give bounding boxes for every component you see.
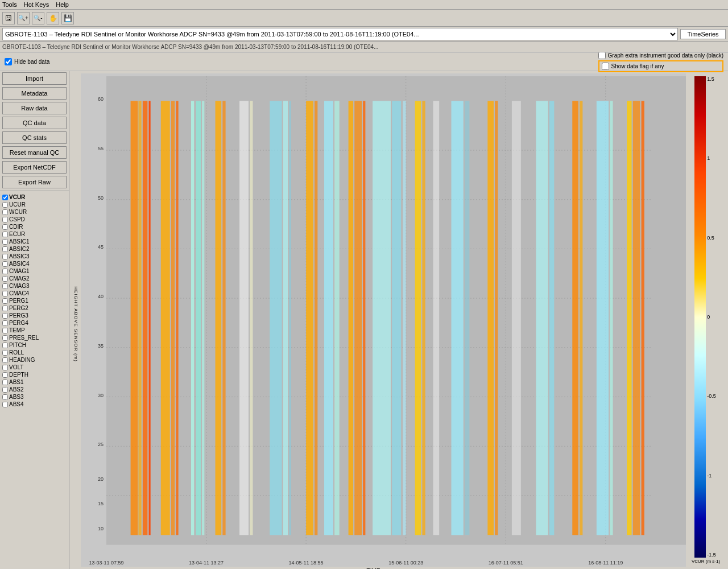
- var-item-cmag3[interactable]: CMAG3: [2, 282, 67, 290]
- var-item-depth[interactable]: DEPTH: [2, 371, 67, 378]
- var-item-abs3[interactable]: ABS3: [2, 393, 67, 401]
- var-label-volt: VOLT: [9, 364, 23, 370]
- svg-rect-22: [191, 101, 194, 535]
- var-item-abs4[interactable]: ABS4: [2, 401, 67, 408]
- var-checkbox-temp[interactable]: [2, 328, 8, 333]
- var-item-cdir[interactable]: CDIR: [2, 223, 67, 230]
- var-label-pres_rel: PRES_REL: [9, 335, 39, 341]
- var-item-heading[interactable]: HEADING: [2, 356, 67, 364]
- var-item-abs1[interactable]: ABS1: [2, 378, 67, 386]
- export-raw-button[interactable]: Export Raw: [2, 176, 67, 188]
- colorbar-label-1: 1: [707, 155, 716, 161]
- show-flag-row: Show data flag if any: [598, 60, 723, 72]
- svg-rect-28: [250, 101, 253, 535]
- qc-stats-button[interactable]: QC stats: [2, 131, 67, 144]
- var-item-volt[interactable]: VOLT: [2, 364, 67, 371]
- var-checkbox-ucur[interactable]: [2, 202, 8, 208]
- var-checkbox-cmag3[interactable]: [2, 283, 8, 289]
- var-checkbox-cmag1[interactable]: [2, 269, 8, 274]
- var-item-cmag2[interactable]: CMAG2: [2, 275, 67, 282]
- qc-data-button[interactable]: QC data: [2, 117, 67, 129]
- var-item-pres_rel[interactable]: PRES_REL: [2, 334, 67, 341]
- var-checkbox-vcur[interactable]: [2, 195, 8, 200]
- var-checkbox-abs1[interactable]: [2, 380, 8, 385]
- hide-bad-data-checkbox[interactable]: [5, 58, 12, 65]
- menu-tools[interactable]: Tools: [2, 1, 17, 8]
- var-item-cmag1[interactable]: CMAG1: [2, 267, 67, 275]
- var-checkbox-perg2[interactable]: [2, 306, 8, 311]
- var-item-absic2[interactable]: ABSIC2: [2, 245, 67, 253]
- var-item-pitch[interactable]: PITCH: [2, 341, 67, 349]
- var-item-vcur[interactable]: VCUR: [2, 193, 67, 201]
- var-checkbox-abs3[interactable]: [2, 394, 8, 400]
- menu-hotkeys[interactable]: Hot Keys: [24, 1, 49, 8]
- var-item-absic4[interactable]: ABSIC4: [2, 260, 67, 267]
- var-label-abs3: ABS3: [9, 394, 24, 400]
- import-button[interactable]: Import: [2, 72, 67, 85]
- svg-rect-37: [354, 101, 362, 535]
- var-item-wcur[interactable]: WCUR: [2, 208, 67, 216]
- colorbar-gradient: [694, 76, 706, 558]
- var-checkbox-absic2[interactable]: [2, 246, 8, 252]
- var-checkbox-perg4[interactable]: [2, 320, 8, 326]
- var-checkbox-cmac4[interactable]: [2, 291, 8, 296]
- colorbar-label-neg0.5: -0.5: [707, 393, 716, 399]
- var-item-perg2[interactable]: PERG2: [2, 304, 67, 312]
- var-checkbox-abs2[interactable]: [2, 387, 8, 393]
- svg-text:55: 55: [98, 146, 104, 151]
- var-checkbox-abs4[interactable]: [2, 402, 8, 407]
- svg-text:50: 50: [98, 195, 104, 201]
- var-checkbox-cmag2[interactable]: [2, 276, 8, 282]
- colorbar-label-neg1: -1: [707, 473, 716, 479]
- var-checkbox-absic3[interactable]: [2, 254, 8, 259]
- svg-text:14-05-11 18:55: 14-05-11 18:55: [289, 560, 324, 566]
- svg-rect-30: [283, 101, 288, 535]
- var-checkbox-cspd[interactable]: [2, 217, 8, 222]
- open-button[interactable]: 🖫: [2, 12, 15, 24]
- var-checkbox-pres_rel[interactable]: [2, 335, 8, 341]
- var-checkbox-ecur[interactable]: [2, 232, 8, 237]
- var-checkbox-heading[interactable]: [2, 357, 8, 363]
- raw-data-button[interactable]: Raw data: [2, 102, 67, 114]
- var-checkbox-absic1[interactable]: [2, 239, 8, 245]
- var-item-perg1[interactable]: PERG1: [2, 297, 67, 304]
- menu-help[interactable]: Help: [56, 1, 69, 8]
- dataset-select[interactable]: GBROTE-1103 – Teledyne RDI Sentinel or M…: [2, 28, 678, 40]
- var-item-ecur[interactable]: ECUR: [2, 230, 67, 238]
- svg-text:16-07-11 05:51: 16-07-11 05:51: [489, 560, 523, 566]
- var-item-absic1[interactable]: ABSIC1: [2, 238, 67, 245]
- svg-text:13-04-11 13:27: 13-04-11 13:27: [189, 560, 224, 566]
- var-item-abs2[interactable]: ABS2: [2, 386, 67, 393]
- reset-manual-qc-button[interactable]: Reset manual QC: [2, 146, 67, 159]
- var-item-ucur[interactable]: UCUR: [2, 201, 67, 208]
- var-checkbox-wcur[interactable]: [2, 209, 8, 215]
- var-checkbox-volt[interactable]: [2, 365, 8, 370]
- var-checkbox-perg1[interactable]: [2, 298, 8, 304]
- var-checkbox-pitch[interactable]: [2, 343, 8, 348]
- var-item-cmac4[interactable]: CMAC4: [2, 290, 67, 297]
- var-checkbox-depth[interactable]: [2, 372, 8, 378]
- svg-rect-19: [161, 101, 170, 535]
- var-checkbox-cdir[interactable]: [2, 224, 8, 230]
- chart-container: HEIGHT ABOVE SENSOR (m): [72, 73, 726, 569]
- var-item-absic3[interactable]: ABSIC3: [2, 253, 67, 260]
- svg-rect-18: [148, 101, 150, 535]
- metadata-button[interactable]: Metadata: [2, 87, 67, 100]
- graph-extra-checkbox[interactable]: [598, 52, 606, 59]
- content-area: Import Metadata Raw data QC data QC stat…: [0, 71, 728, 569]
- var-item-perg3[interactable]: PERG3: [2, 312, 67, 319]
- var-checkbox-perg3[interactable]: [2, 313, 8, 319]
- show-flag-checkbox[interactable]: [602, 63, 609, 70]
- var-checkbox-roll[interactable]: [2, 350, 8, 356]
- svg-rect-49: [512, 101, 521, 535]
- var-item-cspd[interactable]: CSPD: [2, 216, 67, 223]
- zoom-in-button[interactable]: 🔍+: [17, 12, 30, 24]
- var-item-roll[interactable]: ROLL: [2, 349, 67, 356]
- var-item-perg4[interactable]: PERG4: [2, 319, 67, 327]
- var-item-temp[interactable]: TEMP: [2, 327, 67, 334]
- var-checkbox-absic4[interactable]: [2, 261, 8, 267]
- export-netcdf-button[interactable]: Export NetCDF: [2, 161, 67, 174]
- zoom-out-button[interactable]: 🔍-: [32, 12, 44, 24]
- save-button[interactable]: 💾: [61, 12, 74, 24]
- pan-button[interactable]: ✋: [47, 12, 59, 24]
